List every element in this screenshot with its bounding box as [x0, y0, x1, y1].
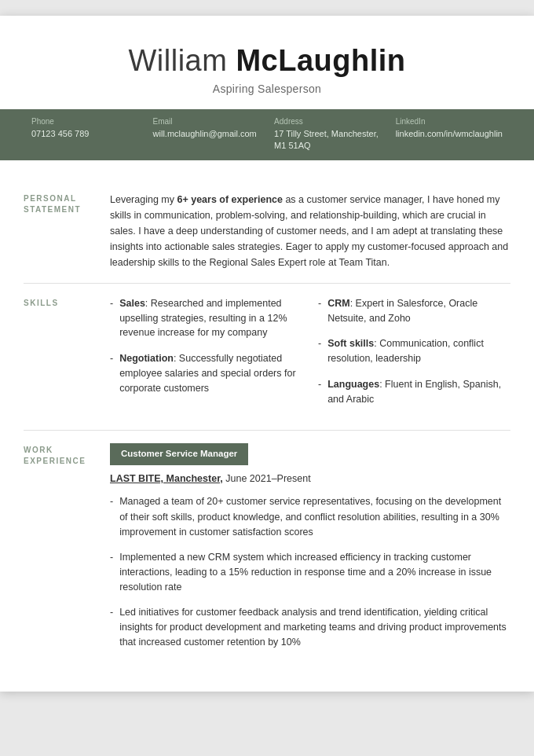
personal-statement-section: PERSONAL STATEMENT Leveraging my 6+ year…: [0, 179, 534, 283]
personal-statement-label: PERSONAL STATEMENT: [24, 192, 110, 270]
resume-page: William McLaughlin Aspiring Salesperson …: [0, 16, 534, 692]
skills-right-col: - CRM: Expert in Salesforce, Oracle Nets…: [318, 296, 510, 418]
email-label: Email: [153, 117, 259, 126]
bullet-item-1: - Managed a team of 20+ customer service…: [110, 494, 510, 540]
skills-grid: - Sales: Researched and implemented upse…: [110, 296, 510, 418]
skills-label: SKILLS: [24, 296, 110, 418]
skill-languages-title: Languages: [327, 379, 379, 390]
skills-section: SKILLS - Sales: Researched and implement…: [0, 284, 534, 431]
dash-icon: -: [318, 377, 321, 407]
personal-statement-content: Leveraging my 6+ years of experience as …: [110, 192, 510, 270]
contact-linkedin: LinkedIn linkedin.com/in/wmclaughlin: [388, 117, 510, 152]
email-value: will.mclaughlin@gmail.com: [153, 128, 259, 140]
skill-languages: - Languages: Fluent in English, Spanish,…: [318, 377, 510, 407]
linkedin-label: LinkedIn: [396, 117, 503, 126]
last-name: McLaughlin: [236, 44, 405, 77]
dash-icon: -: [110, 550, 113, 596]
skill-negotiation-title: Negotiation: [119, 353, 174, 364]
skill-sales-title: Sales: [119, 298, 145, 309]
bullet-text-2: Implemented a new CRM system which incre…: [119, 550, 510, 596]
main-content: PERSONAL STATEMENT Leveraging my 6+ year…: [0, 160, 534, 692]
experience-highlight: 6+ years of experience: [177, 194, 282, 205]
header-section: William McLaughlin Aspiring Salesperson: [0, 16, 534, 109]
skill-crm: - CRM: Expert in Salesforce, Oracle Nets…: [318, 296, 510, 326]
job-dates: June 2021–Present: [223, 473, 311, 484]
bullet-item-2: - Implemented a new CRM system which inc…: [110, 550, 510, 596]
skill-soft-title: Soft skills: [327, 338, 374, 349]
skill-negotiation-text: Negotiation: Successfully negotiated emp…: [119, 351, 302, 395]
skill-crm-title: CRM: [327, 298, 349, 309]
skill-soft-text: Soft skills: Communication, conflict res…: [327, 336, 510, 366]
skill-sales-text: Sales: Researched and implemented upsell…: [119, 296, 302, 340]
contact-phone: Phone 07123 456 789: [24, 117, 145, 152]
dash-icon: -: [110, 351, 113, 395]
dash-icon: -: [110, 494, 113, 540]
bullet-text-1: Managed a team of 20+ customer service r…: [119, 494, 510, 540]
dash-icon: -: [318, 296, 321, 326]
job-bullets: - Managed a team of 20+ customer service…: [110, 494, 510, 650]
address-label: Address: [274, 117, 380, 126]
candidate-name: William McLaughlin: [38, 44, 496, 78]
contact-email: Email will.mclaughlin@gmail.com: [145, 117, 267, 152]
work-experience-content: Customer Service Manager LAST BITE, Manc…: [110, 443, 510, 660]
work-experience-label: WORKEXPERIENCE: [24, 443, 110, 660]
bullet-text-3: Led initiatives for customer feedback an…: [119, 605, 510, 651]
job-badge: Customer Service Manager: [110, 443, 248, 465]
bullet-item-3: - Led initiatives for customer feedback …: [110, 605, 510, 651]
job-employer: LAST BITE, Manchester, June 2021–Present: [110, 472, 510, 486]
skill-negotiation: - Negotiation: Successfully negotiated e…: [110, 351, 302, 395]
candidate-subtitle: Aspiring Salesperson: [38, 83, 496, 95]
contact-bar: Phone 07123 456 789 Email will.mclaughli…: [0, 109, 534, 160]
skills-left-col: - Sales: Researched and implemented upse…: [110, 296, 302, 418]
skills-content: - Sales: Researched and implemented upse…: [110, 296, 510, 418]
work-experience-section: WORKEXPERIENCE Customer Service Manager …: [0, 431, 534, 673]
linkedin-value: linkedin.com/in/wmclaughlin: [396, 128, 503, 140]
skill-sales: - Sales: Researched and implemented upse…: [110, 296, 302, 340]
employer-name: LAST BITE, Manchester,: [110, 473, 223, 484]
skill-languages-text: Languages: Fluent in English, Spanish, a…: [327, 377, 510, 407]
phone-label: Phone: [31, 117, 137, 126]
personal-statement-text: Leveraging my 6+ years of experience as …: [110, 192, 510, 270]
dash-icon: -: [318, 336, 321, 366]
first-name: William: [128, 44, 227, 77]
address-value: 17 Tilly Street, Manchester, M1 51AQ: [274, 128, 380, 152]
dash-icon: -: [110, 296, 113, 340]
phone-value: 07123 456 789: [31, 128, 137, 140]
dash-icon: -: [110, 605, 113, 651]
contact-address: Address 17 Tilly Street, Manchester, M1 …: [266, 117, 388, 152]
skill-crm-text: CRM: Expert in Salesforce, Oracle Netsui…: [327, 296, 510, 326]
skill-soft: - Soft skills: Communication, conflict r…: [318, 336, 510, 366]
